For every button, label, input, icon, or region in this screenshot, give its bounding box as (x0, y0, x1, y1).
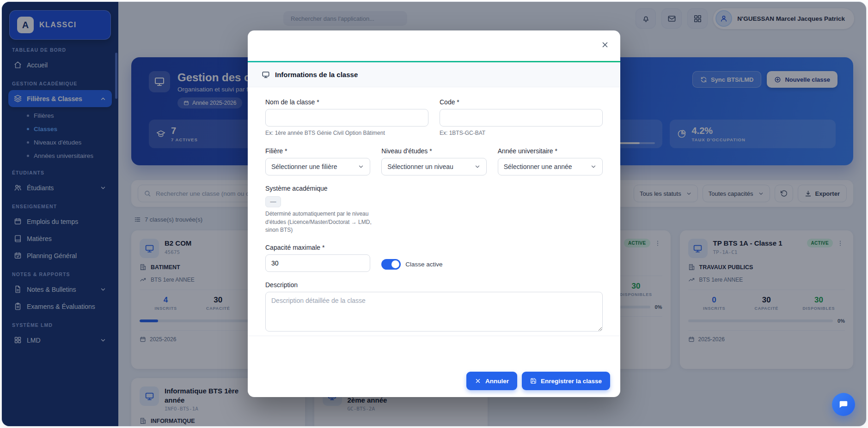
field-capacite: Capacité maximale * (265, 244, 370, 272)
description-textarea[interactable] (265, 292, 603, 332)
field-class-code: Code * Ex: 1BTS-GC-BAT (440, 98, 603, 137)
class-info-icon (262, 71, 270, 79)
capacity-input[interactable] (265, 254, 370, 272)
chevron-down-icon (358, 163, 364, 170)
annee-select[interactable]: Sélectionner une année (498, 158, 603, 175)
field-label: Capacité maximale * (265, 244, 370, 251)
modal-footer: Annuler Enregistrer la classe (248, 336, 620, 397)
field-label: Année universitaire * (498, 147, 603, 155)
systeme-badge: — (265, 196, 281, 207)
close-icon (475, 378, 481, 384)
field-niveau: Niveau d'études * Sélectionner un niveau (381, 147, 486, 175)
modal-section-header: Informations de la classe (248, 62, 620, 87)
field-helper: Déterminé automatiquement par le niveau … (265, 210, 376, 234)
close-icon (601, 41, 609, 49)
toggle-label: Classe active (405, 261, 442, 268)
save-button[interactable]: Enregistrer la classe (522, 372, 610, 390)
field-helper: Ex: 1BTS-GC-BAT (440, 129, 603, 137)
field-label: Filière * (265, 147, 370, 155)
save-icon (530, 378, 537, 384)
chevron-down-icon (474, 163, 481, 170)
field-annee: Année universitaire * Sélectionner une a… (498, 147, 603, 175)
close-button[interactable] (598, 38, 612, 52)
class-name-input[interactable] (265, 109, 428, 127)
active-toggle[interactable] (381, 259, 401, 270)
field-label: Système académique (265, 185, 603, 192)
field-label: Nom de la classe * (265, 98, 428, 106)
class-form-modal: Informations de la classe Nom de la clas… (248, 30, 620, 397)
modal-section-title: Informations de la classe (275, 71, 358, 78)
field-label: Code * (440, 98, 603, 106)
app-window: A KLASSCI TABLEAU DE BORD Accueil GESTIO… (2, 2, 866, 426)
class-code-input[interactable] (440, 109, 603, 127)
cancel-button[interactable]: Annuler (466, 372, 517, 390)
field-classe-active: Classe active (381, 257, 486, 272)
chat-button[interactable] (832, 393, 855, 416)
modal-body: Nom de la classe * Ex: 1ère année BTS Gé… (248, 87, 620, 336)
field-helper: Ex: 1ère année BTS Génie Civil Option Bâ… (265, 129, 428, 137)
field-class-name: Nom de la classe * Ex: 1ère année BTS Gé… (265, 98, 428, 137)
field-label: Niveau d'études * (381, 147, 486, 155)
field-label: Description (265, 281, 603, 289)
chat-icon (838, 399, 849, 410)
field-filiere: Filière * Sélectionner une filière (265, 147, 370, 175)
niveau-select[interactable]: Sélectionner un niveau (381, 158, 486, 175)
filiere-select[interactable]: Sélectionner une filière (265, 158, 370, 175)
chevron-down-icon (590, 163, 597, 170)
field-systeme: Système académique — Déterminé automatiq… (265, 185, 603, 234)
field-description: Description (265, 281, 603, 333)
